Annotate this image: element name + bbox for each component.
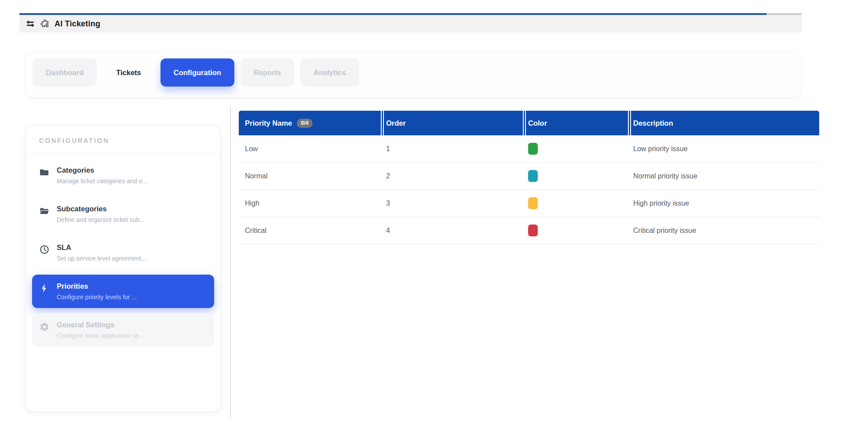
column-resize-handle[interactable]	[523, 111, 526, 135]
tab-bar: Dashboard Tickets Configuration Reports …	[26, 52, 801, 87]
sidebar-item-label: Priorities	[57, 282, 137, 290]
cell-description[interactable]: High priority issue	[625, 199, 819, 207]
gear-icon	[39, 321, 51, 332]
tab-reports[interactable]: Reports	[241, 58, 294, 87]
column-header-description: Description	[625, 111, 819, 135]
sidebar-item-label: General Settings	[57, 321, 144, 329]
sidebar-item-subcategories[interactable]: Subcategories Define and organize ticket…	[32, 197, 214, 231]
sidebar-item-categories[interactable]: Categories Manage ticket categories and …	[32, 159, 214, 192]
bolt-icon	[39, 282, 51, 294]
column-header-label: Description	[633, 119, 673, 127]
cell-color	[520, 225, 625, 236]
sidebar-item-description: Configure basic application se...	[57, 332, 144, 339]
tab-tickets[interactable]: Tickets	[103, 58, 154, 87]
cell-order[interactable]: 3	[378, 199, 520, 207]
app-window: AI Ticketing Dashboard Tickets Configura…	[0, 0, 868, 435]
puzzle-icon	[40, 19, 50, 29]
color-swatch[interactable]	[528, 170, 538, 182]
cell-color	[520, 170, 625, 182]
app-title: AI Ticketing	[55, 19, 100, 29]
cell-priority-name[interactable]: Critical	[239, 227, 378, 235]
tab-configuration[interactable]: Configuration	[160, 58, 234, 87]
tabs-card: Dashboard Tickets Configuration Reports …	[25, 52, 802, 98]
sidebar-item-list: Categories Manage ticket categories and …	[26, 152, 220, 347]
column-resize-handle[interactable]	[628, 111, 631, 135]
sidebar-title: CONFIGURATION	[26, 126, 220, 152]
configuration-sidebar: CONFIGURATION Categories Manage ticket c…	[26, 125, 221, 412]
table-row[interactable]: High 3 High priority issue	[239, 190, 819, 217]
column-header-label: Color	[528, 119, 547, 127]
titlebar: AI Ticketing	[19, 15, 802, 33]
table-row[interactable]: Normal 2 Normal priority issue	[239, 163, 819, 190]
sidebar-item-priorities[interactable]: Priorities Configure priority levels for…	[32, 275, 214, 308]
column-header-color: Color	[520, 111, 625, 135]
folder-icon	[39, 166, 51, 178]
cell-priority-name[interactable]: Normal	[239, 172, 378, 180]
column-header-label: Priority Name	[245, 119, 292, 127]
column-header-order: Order	[378, 111, 520, 135]
sidebar-item-label: SLA	[57, 243, 146, 252]
cell-order[interactable]: 2	[378, 172, 520, 180]
color-swatch[interactable]	[528, 197, 538, 209]
column-resize-handle[interactable]	[381, 111, 384, 135]
sidebar-item-label: Subcategories	[57, 205, 145, 213]
cell-description[interactable]: Normal priority issue	[625, 172, 819, 180]
clock-icon	[39, 243, 51, 255]
column-header-label: Order	[386, 119, 406, 127]
sidebar-item-description: Manage ticket categories and o...	[57, 178, 147, 185]
sidebar-item-description: Configure priority levels for ...	[57, 294, 137, 301]
color-swatch[interactable]	[528, 143, 538, 155]
sidebar-item-general-settings: General Settings Configure basic applica…	[32, 313, 214, 347]
cell-priority-name[interactable]: Low	[239, 145, 378, 153]
column-header-priority-name: Priority Name 0/4	[239, 111, 378, 135]
sidebar-item-sla[interactable]: SLA Set up service level agreement...	[32, 236, 214, 269]
cell-color	[520, 143, 625, 155]
selection-count-badge: 0/4	[297, 119, 312, 128]
cell-order[interactable]: 1	[378, 145, 520, 153]
cell-description[interactable]: Low priority issue	[625, 145, 819, 153]
sidebar-item-description: Set up service level agreement...	[57, 255, 146, 262]
cell-color	[520, 197, 625, 209]
table-row[interactable]: Low 1 Low priority issue	[239, 135, 819, 163]
cell-description[interactable]: Critical priority issue	[625, 227, 819, 235]
sidebar-item-label: Categories	[57, 166, 147, 174]
tab-dashboard[interactable]: Dashboard	[33, 58, 97, 87]
priorities-table: Priority Name 0/4 Order Color Descriptio…	[239, 111, 819, 244]
folder-open-icon	[39, 205, 51, 216]
table-row[interactable]: Critical 4 Critical priority issue	[239, 217, 819, 244]
sidebar-item-description: Define and organize ticket sub...	[57, 216, 145, 223]
cell-priority-name[interactable]: High	[239, 199, 378, 207]
cell-order[interactable]: 4	[378, 227, 520, 235]
content-splitter[interactable]	[230, 105, 231, 418]
swap-arrows-icon[interactable]	[26, 19, 35, 29]
table-header-row: Priority Name 0/4 Order Color Descriptio…	[239, 111, 819, 135]
color-swatch[interactable]	[528, 225, 538, 236]
tab-analytics[interactable]: Analytics	[300, 58, 359, 87]
